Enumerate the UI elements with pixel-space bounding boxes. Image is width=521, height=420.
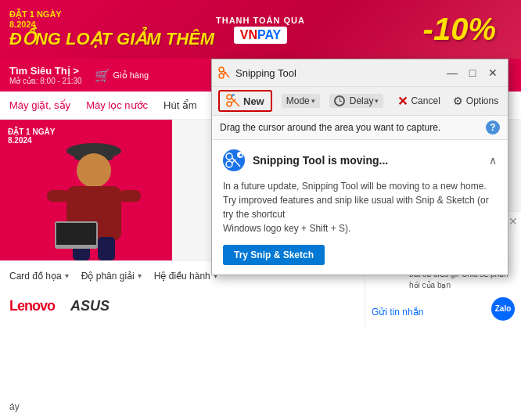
banner-left: ĐẶT 1 NGÀY 8.2024 ĐỒNG LOẠT GIẢM THÊM [9, 9, 214, 49]
hero-person-image [23, 127, 164, 260]
instruction-text: Drag the cursor around the area you want… [220, 122, 440, 133]
brand-asus[interactable]: ASUS [70, 298, 110, 314]
banner-discount: -10% [423, 12, 512, 47]
svg-point-17 [227, 95, 232, 99]
banner-top-text: THANH TOÁN QUA [216, 16, 305, 25]
mode-label: Mode [286, 95, 310, 106]
svg-rect-4 [47, 190, 69, 202]
banner-vnpay: THANH TOÁN QUA VNPAY [216, 16, 305, 44]
minimize-button[interactable]: — [444, 64, 461, 81]
banner-main-text: ĐỒNG LOẠT GIẢM THÊM [9, 29, 214, 49]
notification-title: Snipping Tool is moving... [253, 154, 388, 167]
delay-label: Delay [350, 95, 374, 106]
filter-os-label: Hệ điều hành [154, 271, 210, 282]
snipping-tool-toolbar: ✦ New Mode ▾ Delay ▾ ✕ Cancel ⚙ Options [212, 87, 508, 116]
svg-rect-5 [119, 190, 141, 202]
filter-resolution[interactable]: Độ phân giải ▾ [81, 271, 142, 282]
chat-send-button[interactable]: Gửi tin nhắn [372, 307, 423, 318]
options-label: Options [466, 95, 498, 106]
svg-point-18 [227, 102, 232, 106]
cancel-x-icon: ✕ [397, 94, 408, 109]
notification-collapse-button[interactable]: ∧ [489, 154, 497, 167]
vnpay-logo: VNPAY [234, 27, 287, 44]
svg-rect-7 [98, 237, 115, 260]
clock-icon [334, 95, 345, 106]
cart-icon: 🛒 [95, 68, 110, 83]
notification-header: ✦ Snipping Tool is moving... ∧ [223, 149, 497, 171]
svg-point-2 [77, 153, 111, 188]
cart-label: Giỏ hàng [113, 70, 149, 81]
brand-lenovo[interactable]: Lenovo [9, 298, 55, 314]
svg-text:✦: ✦ [232, 95, 235, 99]
filter-os[interactable]: Hệ điều hành ▾ [154, 271, 217, 282]
cancel-button[interactable]: ✕ Cancel [393, 92, 444, 110]
instruction-bar: Drag the cursor around the area you want… [212, 116, 508, 140]
try-snip-sketch-button[interactable]: Try Snip & Sketch [223, 245, 325, 265]
notification-title-row: ✦ Snipping Tool is moving... [223, 149, 388, 171]
snipping-tool-titlebar: Snipping Tool — □ ✕ [212, 59, 508, 87]
close-button[interactable]: ✕ [484, 64, 501, 81]
zalo-label: Zalo [495, 304, 512, 313]
new-snip-button[interactable]: ✦ New [218, 90, 272, 112]
options-button[interactable]: ⚙ Options [448, 93, 503, 109]
filter-card[interactable]: Card đồ họa ▾ [9, 271, 69, 282]
bottom-page-text: áy [9, 401, 20, 412]
banner-date: ĐẶT 1 NGÀY 8.2024 [9, 9, 214, 29]
snipping-tool-title: Snipping Tool [235, 67, 296, 79]
person-svg [43, 127, 145, 260]
promo-banner: ĐẶT 1 NGÀY 8.2024 ĐỒNG LOẠT GIẢM THÊM TH… [0, 0, 521, 59]
chat-close-button[interactable]: ✕ [508, 215, 518, 228]
notification-body: In a future update, Snipping Tool will b… [223, 179, 497, 235]
filter-resolution-label: Độ phân giải [81, 271, 135, 282]
window-controls: — □ ✕ [444, 64, 501, 81]
notification-logo: ✦ [223, 149, 245, 171]
store-hours: Mở cửa: 8:00 - 21:30 [9, 77, 82, 85]
cat-nav-item-2[interactable]: Máy lọc nước [86, 99, 148, 111]
cancel-label: Cancel [411, 95, 440, 106]
brand-asus-text: ASUS [70, 298, 110, 314]
delay-dropdown-arrow: ▾ [375, 97, 379, 105]
mode-button[interactable]: Mode ▾ [282, 94, 320, 108]
maximize-button[interactable]: □ [464, 64, 481, 81]
svg-text:✦: ✦ [239, 153, 243, 158]
gear-icon: ⚙ [453, 95, 463, 107]
cat-nav-item-3[interactable]: Hút ẩm [163, 99, 197, 111]
filter-resolution-arrow: ▾ [138, 271, 142, 280]
new-label: New [243, 95, 264, 107]
title-left: Snipping Tool [218, 66, 296, 79]
store-info[interactable]: Tìm Siêu Thị > Mở cửa: 8:00 - 21:30 [9, 65, 82, 85]
notification-panel: ✦ Snipping Tool is moving... ∧ In a futu… [212, 140, 508, 275]
notification-shortcut-text: Windows logo key + Shift + S). [223, 223, 350, 234]
cat-nav-item-1[interactable]: Máy giặt, sấy [9, 99, 70, 111]
filter-card-arrow: ▾ [65, 271, 69, 280]
snipping-tool-icon [218, 66, 231, 79]
snipping-tool-window: Snipping Tool — □ ✕ ✦ New Mode ▾ [211, 59, 508, 275]
delay-button[interactable]: Delay ▾ [329, 94, 384, 108]
notification-body-text: In a future update, Snipping Tool will b… [223, 181, 489, 220]
cart-button[interactable]: 🛒 Giỏ hàng [95, 68, 149, 83]
help-icon[interactable]: ? [486, 120, 500, 135]
mode-dropdown-arrow: ▾ [311, 97, 315, 105]
filter-card-label: Card đồ họa [9, 271, 62, 282]
svg-rect-9 [56, 223, 96, 245]
new-snip-icon: ✦ [226, 94, 240, 108]
zalo-button[interactable]: Zalo [491, 297, 515, 321]
store-name[interactable]: Tìm Siêu Thị > [9, 65, 82, 77]
